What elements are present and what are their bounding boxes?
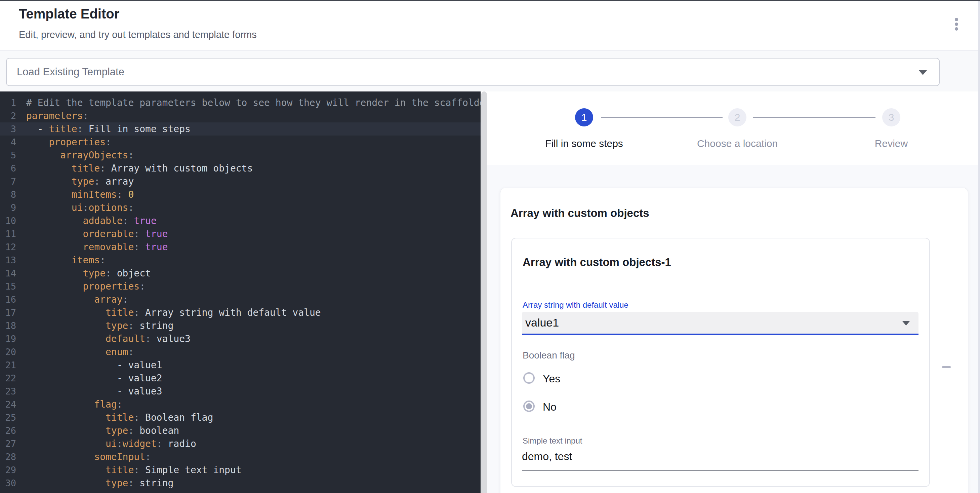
line-number: 17 [0, 306, 22, 319]
load-template-select[interactable]: Load Existing Template [6, 58, 940, 86]
code-line[interactable]: 27 ui:widget: radio [0, 437, 480, 450]
line-number: 3 [0, 123, 22, 136]
radio-icon [523, 400, 535, 412]
stepper: 1 Fill in some steps 2 Choose a location… [487, 91, 980, 165]
step-number-badge: 1 [575, 108, 593, 126]
step-number-badge: 3 [882, 108, 900, 126]
code-line[interactable]: 19 default: value3 [0, 332, 480, 345]
minus-icon [942, 366, 951, 368]
code-line[interactable]: 21 - value1 [0, 359, 480, 372]
code-line[interactable]: 11 orderable: true [0, 227, 480, 241]
line-number: 21 [0, 359, 22, 372]
code-line[interactable]: 9 ui:options: [0, 201, 480, 214]
code-line[interactable]: 15 properties: [0, 280, 480, 293]
code-line[interactable]: 14 type: object [0, 267, 480, 280]
code-line[interactable]: 29 title: Simple text input [0, 463, 480, 477]
form-section-title: Array with custom objects [511, 207, 649, 220]
more-options-button[interactable] [947, 14, 966, 38]
line-number: 27 [0, 437, 22, 450]
page-header: Template Editor Edit, preview, and try o… [0, 1, 980, 51]
line-number: 24 [0, 398, 22, 411]
kebab-menu-icon [955, 27, 958, 30]
step-label: Review [841, 138, 942, 149]
line-number: 7 [0, 175, 22, 188]
step-number-badge: 2 [728, 108, 746, 126]
code-line[interactable]: 17 title: Array string with default valu… [0, 306, 480, 319]
step-choose-a-location[interactable]: 2 Choose a location [687, 108, 788, 149]
line-number: 23 [0, 385, 22, 398]
code-line[interactable]: 24 flag: [0, 398, 480, 411]
code-line[interactable]: 8 minItems: 0 [0, 188, 480, 201]
step-label: Choose a location [687, 138, 788, 149]
line-number: 29 [0, 463, 22, 477]
text-field-label: Simple text input [523, 436, 582, 445]
page-subtitle: Edit, preview, and try out templates and… [19, 29, 257, 40]
code-line[interactable]: 16 array: [0, 293, 480, 306]
line-number: 12 [0, 241, 22, 254]
line-number: 6 [0, 162, 22, 175]
radio-label: Yes [543, 371, 560, 386]
line-number: 5 [0, 148, 22, 162]
line-number: 18 [0, 319, 22, 332]
simple-text-input[interactable]: demo, test [522, 450, 572, 463]
line-number: 2 [0, 109, 22, 123]
step-review[interactable]: 3 Review [841, 108, 942, 149]
yaml-editor[interactable]: 1# Edit the template parameters below to… [0, 91, 480, 493]
line-number: 8 [0, 188, 22, 201]
text-input-underline [522, 470, 918, 471]
step-fill-in-some-steps[interactable]: 1 Fill in some steps [534, 108, 635, 149]
code-line[interactable]: 2parameters: [0, 109, 480, 123]
step-label: Fill in some steps [534, 138, 635, 149]
line-number: 26 [0, 424, 22, 437]
code-line[interactable]: 22 - value2 [0, 372, 480, 385]
code-line[interactable]: 23 - value3 [0, 385, 480, 398]
page-scrollbar[interactable] [978, 1, 980, 493]
load-template-toolbar: Load Existing Template [0, 51, 980, 91]
code-line[interactable]: 18 type: string [0, 319, 480, 332]
kebab-menu-icon [955, 22, 958, 26]
line-number: 4 [0, 136, 22, 148]
code-line[interactable]: 28 someInput: [0, 450, 480, 463]
code-line[interactable]: 5 arrayObjects: [0, 148, 480, 162]
line-number: 14 [0, 267, 22, 280]
template-editor-page: Template Editor Edit, preview, and try o… [0, 0, 980, 493]
form-section-card: Array with custom objects Array with cus… [500, 188, 968, 493]
line-number: 10 [0, 214, 22, 227]
select-focus-underline [522, 333, 918, 335]
remove-item-button[interactable] [938, 362, 955, 372]
line-number: 9 [0, 201, 22, 214]
line-number: 22 [0, 372, 22, 385]
line-number: 1 [0, 96, 22, 109]
kebab-menu-icon [955, 18, 958, 21]
code-line[interactable]: 30 type: string [0, 477, 480, 490]
chevron-down-icon [902, 321, 910, 325]
load-template-placeholder: Load Existing Template [17, 59, 124, 85]
line-number: 25 [0, 411, 22, 424]
code-line[interactable]: 25 title: Boolean flag [0, 411, 480, 424]
code-line[interactable]: 20 enum: [0, 345, 480, 359]
line-number: 19 [0, 332, 22, 345]
code-line[interactable]: 1# Edit the template parameters below to… [0, 96, 480, 109]
code-line[interactable]: 3 - title: Fill in some steps [0, 123, 480, 136]
page-title: Template Editor [19, 6, 119, 22]
radio-icon [523, 372, 535, 384]
editor-scrollbar[interactable] [481, 91, 487, 493]
select-field-label: Array string with default value [523, 300, 628, 310]
line-number: 30 [0, 477, 22, 490]
code-line[interactable]: 26 type: boolean [0, 424, 480, 437]
editor-scrollbar-track [480, 91, 487, 493]
line-number: 28 [0, 450, 22, 463]
line-number: 20 [0, 345, 22, 359]
code-line[interactable]: 4 properties: [0, 136, 480, 148]
code-line[interactable]: 6 title: Array with custom objects [0, 162, 480, 175]
code-lines: 1# Edit the template parameters below to… [0, 91, 480, 490]
code-line[interactable]: 12 removable: true [0, 241, 480, 254]
array-item-title: Array with custom objects-1 [523, 256, 671, 269]
code-line[interactable]: 7 type: array [0, 175, 480, 188]
code-line[interactable]: 13 items: [0, 254, 480, 267]
code-line[interactable]: 10 addable: true [0, 214, 480, 227]
line-number: 11 [0, 227, 22, 241]
array-string-select[interactable]: value1 [522, 312, 918, 335]
select-value: value1 [525, 312, 559, 333]
line-number: 13 [0, 254, 22, 267]
